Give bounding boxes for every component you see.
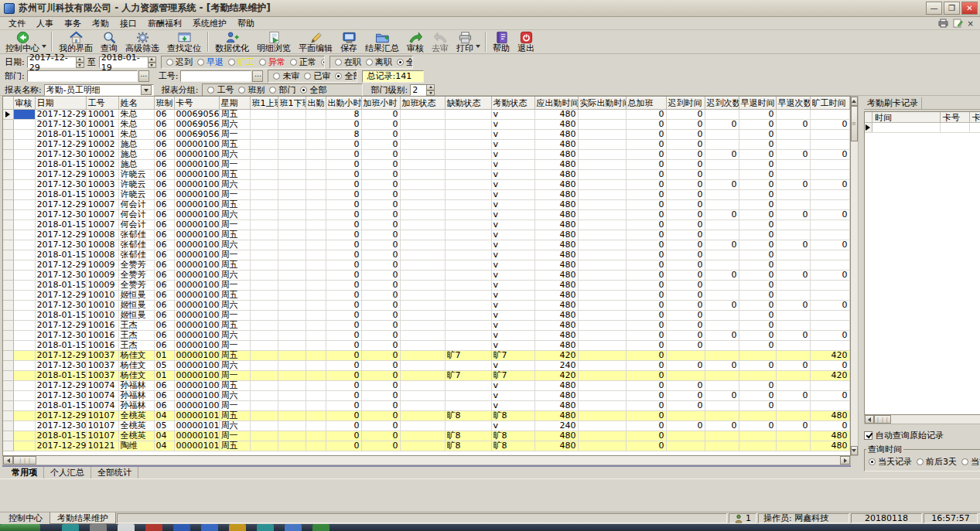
cell[interactable]: 0 [626, 180, 666, 190]
cell[interactable] [810, 311, 849, 321]
cell[interactable] [400, 331, 445, 341]
column-header-加班状态[interactable]: 加班状态 [400, 97, 445, 110]
cell[interactable]: 0 [326, 150, 361, 160]
cell[interactable]: 施总 [118, 140, 154, 150]
cell[interactable]: 施总 [118, 150, 154, 160]
radio-全部[interactable]: 全部 [321, 56, 325, 68]
cell[interactable] [278, 331, 306, 341]
cell[interactable] [578, 190, 626, 200]
cell[interactable] [250, 200, 278, 210]
scrollbar-thumb[interactable]: ≡ [851, 106, 858, 141]
cell[interactable]: 0 [326, 351, 361, 361]
taskbar-item[interactable] [201, 524, 218, 531]
cell[interactable] [250, 311, 278, 321]
cell[interactable] [705, 341, 739, 351]
column-header-班1下班[interactable]: 班1下班 [278, 97, 306, 110]
cell[interactable]: 480 [534, 170, 578, 180]
date-to-input[interactable]: 2018-01-19 [99, 56, 149, 68]
cell[interactable]: 0 [326, 281, 361, 291]
cell[interactable]: 0 [705, 120, 739, 130]
cell[interactable]: 0 [626, 401, 666, 411]
cell[interactable]: 0 [361, 150, 400, 160]
cell[interactable] [250, 190, 278, 200]
minimize-button[interactable]: — [926, 2, 942, 15]
table-row[interactable]: 2017-12-3010003许晓云0600000100(周六00v480000… [3, 180, 849, 190]
cell[interactable]: v [491, 180, 534, 190]
scroll-right-button[interactable] [840, 456, 850, 465]
maximize-button[interactable]: ❐ [944, 2, 960, 15]
cell[interactable]: v [491, 240, 534, 250]
cell[interactable] [306, 321, 326, 331]
cell[interactable]: 0 [626, 110, 666, 120]
cell[interactable] [306, 421, 326, 431]
cell[interactable]: 0 [666, 140, 705, 150]
cell[interactable] [578, 351, 626, 361]
cell[interactable] [578, 220, 626, 230]
cell[interactable]: v [491, 271, 534, 281]
cell[interactable]: 2017-12-29 [35, 411, 86, 421]
cell[interactable] [578, 240, 626, 250]
cell[interactable]: 0 [666, 240, 705, 250]
cell[interactable]: 0 [810, 180, 849, 190]
cell[interactable]: 10016 [86, 331, 118, 341]
column-header-应出勤时间[interactable]: 应出勤时间 [534, 97, 578, 110]
toolbar-button-高级筛选[interactable]: 高级筛选 [121, 30, 163, 53]
cell[interactable] [278, 381, 306, 391]
cell[interactable]: 0 [666, 200, 705, 210]
cell[interactable] [306, 240, 326, 250]
cell[interactable] [776, 260, 810, 271]
cell[interactable]: 0 [739, 281, 776, 291]
cell[interactable]: 周五 [219, 441, 250, 451]
cell[interactable]: 10010 [86, 301, 118, 311]
cell[interactable]: 10002 [86, 150, 118, 160]
cell[interactable]: 0 [776, 210, 810, 220]
cell[interactable] [810, 190, 849, 200]
cell[interactable] [13, 240, 35, 250]
cell[interactable]: 420 [810, 351, 849, 361]
cell[interactable]: 周六 [219, 421, 250, 431]
cell[interactable]: 05 [154, 421, 174, 431]
cell[interactable] [250, 301, 278, 311]
cell[interactable] [278, 120, 306, 130]
cell[interactable]: 0 [626, 250, 666, 260]
cell[interactable] [445, 150, 491, 160]
cell[interactable] [250, 361, 278, 371]
column-header-迟到时间[interactable]: 迟到时间 [666, 97, 705, 110]
table-row[interactable]: 2017-12-2910007何会计0600000100(周五00v480000 [3, 200, 849, 210]
table-row[interactable]: 2017-12-2910037杨佳文0100000100:周五00旷7旷7420… [3, 351, 849, 361]
cell[interactable]: 00000100( [174, 220, 219, 230]
cell[interactable] [400, 250, 445, 260]
cell[interactable] [306, 431, 326, 441]
cell[interactable]: 10007 [86, 200, 118, 210]
cell[interactable]: 480 [534, 281, 578, 291]
cell[interactable] [578, 170, 626, 180]
cell[interactable]: 0 [326, 291, 361, 301]
cell[interactable] [13, 391, 35, 401]
cell[interactable]: 10037 [86, 371, 118, 381]
radio-在职[interactable]: 在职 [335, 56, 361, 68]
cell[interactable] [250, 160, 278, 170]
cell[interactable]: 0 [705, 331, 739, 341]
cell[interactable]: 2018-01-15 [35, 431, 86, 441]
table-row[interactable]: 2017-12-2910009全赞芳0600000100(周五00v480000 [3, 260, 849, 271]
cell[interactable]: v [491, 250, 534, 260]
cell[interactable] [306, 130, 326, 140]
cell[interactable]: 420 [810, 371, 849, 381]
cell[interactable]: 全赞芳 [118, 260, 154, 271]
cell[interactable] [400, 230, 445, 240]
cell[interactable]: v [491, 130, 534, 140]
cell[interactable]: 0 [626, 170, 666, 180]
cell[interactable]: 0 [739, 401, 776, 411]
table-row[interactable]: 2018-01-1510007何会计0600000100(周一00v480000 [3, 220, 849, 230]
column-header-日期[interactable]: 日期 [35, 97, 86, 110]
cell[interactable]: 陶维 [118, 441, 154, 451]
cell[interactable] [278, 291, 306, 301]
scroll-left-button[interactable] [865, 415, 874, 424]
cell[interactable]: 10074 [86, 401, 118, 411]
cell[interactable]: 0 [666, 230, 705, 240]
cell[interactable]: 周一 [219, 341, 250, 351]
table-row[interactable]: 2017-12-3010001朱总0600069056:周六00v4800000… [3, 120, 849, 130]
cell[interactable]: 0 [626, 411, 666, 421]
cell[interactable]: 旷7 [445, 351, 491, 361]
dept-level-spinner[interactable] [426, 84, 435, 96]
